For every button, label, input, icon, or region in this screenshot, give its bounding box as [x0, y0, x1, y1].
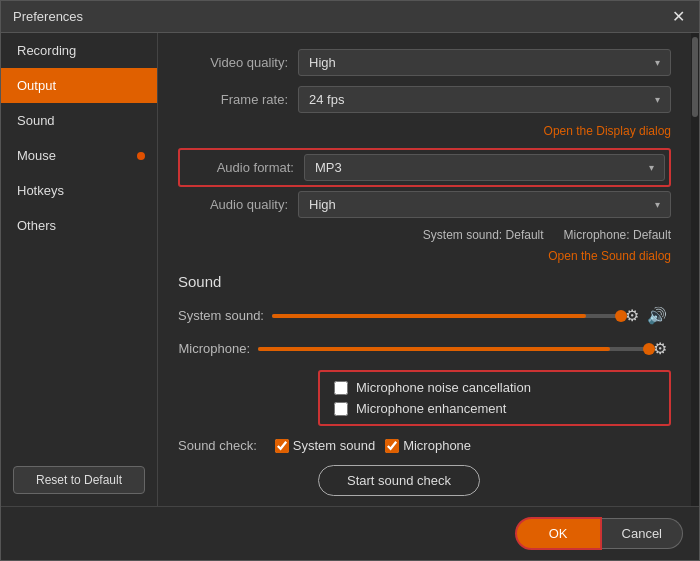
close-button[interactable]: ✕ [669, 8, 687, 26]
audio-quality-value: High [309, 197, 336, 212]
cancel-button[interactable]: Cancel [602, 518, 683, 549]
frame-rate-value: 24 fps [309, 92, 344, 107]
microphone-slider-container [258, 347, 649, 351]
system-sound-check-inline: System sound [275, 438, 375, 453]
frame-rate-row: Frame rate: 24 fps ▾ [178, 86, 671, 113]
open-sound-dialog-container: Open the Sound dialog [178, 248, 671, 263]
audio-format-select[interactable]: MP3 ▾ [304, 154, 665, 181]
footer: OK Cancel [1, 506, 699, 560]
system-sound-value: Default [506, 228, 544, 242]
sound-check-label: Sound check: [178, 438, 265, 453]
system-sound-track[interactable] [272, 314, 621, 318]
sidebar-item-label: Mouse [17, 148, 56, 163]
enhancement-label: Microphone enhancement [356, 401, 506, 416]
audio-format-box: Audio format: MP3 ▾ [178, 148, 671, 187]
microphone-options-group: Microphone noise cancellation Microphone… [318, 370, 671, 426]
system-sound-slider-container [272, 314, 621, 318]
mouse-dot [137, 152, 145, 160]
scrollbar[interactable] [691, 33, 699, 506]
microphone-status: Microphone: Default [564, 228, 671, 242]
video-quality-select[interactable]: High ▾ [298, 49, 671, 76]
system-sound-check-checkbox[interactable] [275, 439, 289, 453]
audio-quality-row: Audio quality: High ▾ [178, 191, 671, 218]
video-quality-value: High [309, 55, 336, 70]
sidebar-item-recording[interactable]: Recording [1, 33, 157, 68]
body: Recording Output Sound Mouse Hotkeys Oth… [1, 33, 699, 506]
sidebar-item-label: Recording [17, 43, 76, 58]
status-row: System sound: Default Microphone: Defaul… [178, 228, 671, 242]
microphone-value: Default [633, 228, 671, 242]
audio-quality-select[interactable]: High ▾ [298, 191, 671, 218]
sound-check-row: Sound check: System sound Microphone [178, 438, 671, 453]
video-quality-label: Video quality: [178, 55, 298, 70]
system-sound-slider-label: System sound: [178, 308, 272, 323]
microphone-check-inline: Microphone [385, 438, 471, 453]
sidebar-item-sound[interactable]: Sound [1, 103, 157, 138]
chevron-down-icon: ▾ [655, 94, 660, 105]
audio-format-value: MP3 [315, 160, 342, 175]
noise-cancellation-row: Microphone noise cancellation [334, 380, 655, 395]
microphone-thumb[interactable] [643, 343, 655, 355]
ok-button[interactable]: OK [515, 517, 602, 550]
microphone-track[interactable] [258, 347, 649, 351]
sidebar-bottom: Reset to Default [1, 454, 157, 506]
system-sound-slider-row: System sound: ⚙ 🔊 [178, 304, 671, 327]
sound-section-title: Sound [178, 273, 671, 290]
sidebar-item-mouse[interactable]: Mouse [1, 138, 157, 173]
enhancement-row: Microphone enhancement [334, 401, 655, 416]
microphone-fill [258, 347, 610, 351]
sidebar-item-hotkeys[interactable]: Hotkeys [1, 173, 157, 208]
speaker-icon[interactable]: 🔊 [643, 304, 671, 327]
sidebar-item-output[interactable]: Output [1, 68, 157, 103]
titlebar: Preferences ✕ [1, 1, 699, 33]
audio-format-row: Audio format: MP3 ▾ [184, 154, 665, 181]
open-display-dialog-container: Open the Display dialog [178, 123, 671, 138]
chevron-down-icon: ▾ [655, 199, 660, 210]
sidebar-item-others[interactable]: Others [1, 208, 157, 243]
frame-rate-label: Frame rate: [178, 92, 298, 107]
sidebar-item-label: Sound [17, 113, 55, 128]
start-sound-check-button[interactable]: Start sound check [318, 465, 480, 496]
microphone-label: Microphone: [564, 228, 630, 242]
audio-format-label: Audio format: [184, 160, 304, 175]
microphone-check-label: Microphone [403, 438, 471, 453]
sidebar: Recording Output Sound Mouse Hotkeys Oth… [1, 33, 158, 506]
system-sound-check-label: System sound [293, 438, 375, 453]
noise-cancellation-checkbox[interactable] [334, 381, 348, 395]
chevron-down-icon: ▾ [655, 57, 660, 68]
audio-quality-label: Audio quality: [178, 197, 298, 212]
system-sound-thumb[interactable] [615, 310, 627, 322]
preferences-window: Preferences ✕ Recording Output Sound Mou… [0, 0, 700, 561]
system-sound-status: System sound: Default [423, 228, 544, 242]
frame-rate-select[interactable]: 24 fps ▾ [298, 86, 671, 113]
sidebar-item-label: Hotkeys [17, 183, 64, 198]
chevron-down-icon: ▾ [649, 162, 654, 173]
open-sound-dialog-link[interactable]: Open the Sound dialog [548, 249, 671, 263]
sidebar-item-label: Output [17, 78, 56, 93]
main-content: Video quality: High ▾ Frame rate: 24 fps… [158, 33, 691, 506]
reset-default-button[interactable]: Reset to Default [13, 466, 145, 494]
system-sound-fill [272, 314, 586, 318]
microphone-slider-row: Microphone: ⚙ [178, 337, 671, 360]
system-sound-label: System sound: [423, 228, 502, 242]
scrollbar-thumb [692, 37, 698, 117]
noise-cancellation-label: Microphone noise cancellation [356, 380, 531, 395]
sidebar-item-label: Others [17, 218, 56, 233]
enhancement-checkbox[interactable] [334, 402, 348, 416]
window-title: Preferences [13, 9, 83, 24]
video-quality-row: Video quality: High ▾ [178, 49, 671, 76]
microphone-check-checkbox[interactable] [385, 439, 399, 453]
open-display-dialog-link[interactable]: Open the Display dialog [544, 124, 671, 138]
microphone-slider-label: Microphone: [178, 341, 258, 356]
